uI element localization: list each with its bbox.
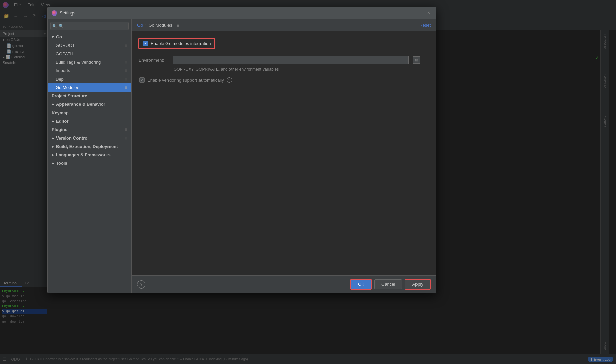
nav-keymap-label: Keymap <box>52 110 69 115</box>
nav-imports[interactable]: Imports ⊞ <box>48 66 131 75</box>
nav-goroot[interactable]: GOROOT ⊞ <box>48 41 131 50</box>
breadcrumb-current: Go Modules <box>149 23 172 28</box>
breadcrumb-settings-icon: ⊞ <box>176 23 180 28</box>
nav-dep-label: Dep <box>56 77 64 82</box>
environment-row: Environment: ⊞ <box>138 56 429 64</box>
nav-buildtags-label: Build Tags & Vendoring <box>56 60 101 65</box>
nav-buildtags[interactable]: Build Tags & Vendoring ⊞ <box>48 58 131 66</box>
settings-dialog: Settings × 🔍 ▾ Go GOROOT ⊞ GOPATH <box>47 7 436 293</box>
dialog-body: 🔍 ▾ Go GOROOT ⊞ GOPATH ⊞ Build Tags & Ve… <box>48 19 436 293</box>
nav-project-structure-label: Project Structure <box>52 93 87 98</box>
vendoring-checkbox[interactable]: ✓ <box>139 77 145 83</box>
plugins-icon: ⊞ <box>125 128 127 131</box>
breadcrumb-root[interactable]: Go <box>137 23 143 28</box>
nav-dep[interactable]: Dep ⊞ <box>48 75 131 83</box>
dialog-titlebar: Settings × <box>48 7 436 19</box>
dialog-footer: ? OK Cancel Apply <box>132 275 436 293</box>
nav-languages-label: Languages & Frameworks <box>56 152 111 157</box>
dialog-nav: 🔍 ▾ Go GOROOT ⊞ GOPATH ⊞ Build Tags & Ve… <box>48 19 132 293</box>
breadcrumb-sep: › <box>145 23 146 28</box>
apply-btn[interactable]: Apply <box>405 279 431 290</box>
nav-gopath-label: GOPATH <box>56 51 73 56</box>
nav-languages-expand: ▸ <box>52 152 54 157</box>
environment-input[interactable] <box>173 56 409 64</box>
nav-imports-label: Imports <box>56 68 70 73</box>
gopath-icon: ⊞ <box>125 52 127 56</box>
nav-vcs-expand: ▸ <box>52 135 54 141</box>
gomodules-icon: ⊞ <box>125 86 127 89</box>
enable-modules-label: Enable Go modules integration <box>151 41 211 46</box>
dialog-search-area: 🔍 <box>48 19 131 33</box>
vendoring-help-icon[interactable]: ? <box>227 77 232 83</box>
nav-appearance-label: Appearance & Behavior <box>56 102 105 107</box>
buildtags-icon: ⊞ <box>125 60 127 64</box>
nav-vcs[interactable]: ▸ Version Control ⊞ <box>48 134 131 142</box>
nav-go-modules-label: Go Modules <box>56 85 79 90</box>
nav-appearance-expand: ▸ <box>52 102 54 107</box>
ok-btn[interactable]: OK <box>350 279 372 290</box>
footer-help-btn[interactable]: ? <box>137 280 145 289</box>
dialog-title-text: Settings <box>60 10 425 16</box>
nav-project-structure[interactable]: Project Structure ⊞ <box>48 92 131 100</box>
nav-tools-expand: ▸ <box>52 161 54 166</box>
goroot-icon: ⊞ <box>125 43 127 47</box>
content-area: ✓ Enable Go modules integration Environm… <box>132 31 436 275</box>
nav-editor-expand: ▸ <box>52 119 54 124</box>
nav-go[interactable]: ▾ Go <box>48 33 131 41</box>
environment-label: Environment: <box>138 58 169 63</box>
proj-struct-icon: ⊞ <box>125 94 127 98</box>
cancel-btn[interactable]: Cancel <box>374 279 402 289</box>
nav-tools-label: Tools <box>56 161 67 166</box>
nav-vcs-label: Version Control <box>56 135 89 141</box>
nav-gopath[interactable]: GOPATH ⊞ <box>48 50 131 58</box>
dialog-close-btn[interactable]: × <box>425 10 432 17</box>
search-icon: 🔍 <box>52 24 57 28</box>
nav-appearance[interactable]: ▸ Appearance & Behavior <box>48 100 131 109</box>
nav-go-modules[interactable]: Go Modules ⊞ <box>48 83 131 92</box>
search-wrapper: 🔍 <box>50 22 129 30</box>
content-header: Go › Go Modules ⊞ Reset <box>132 19 436 31</box>
vendoring-row: ✓ Enable vendoring support automatically… <box>138 77 429 83</box>
enable-modules-checkbox[interactable]: ✓ <box>143 41 148 46</box>
dialog-title-icon <box>52 10 57 16</box>
vendoring-label: Enable vendoring support automatically <box>147 78 224 83</box>
nav-goroot-label: GOROOT <box>56 43 75 48</box>
nav-build[interactable]: ▸ Build, Execution, Deployment <box>48 142 131 151</box>
nav-build-expand: ▸ <box>52 144 54 149</box>
go-expand-icon: ▾ <box>52 34 54 39</box>
nav-keymap[interactable]: Keymap <box>48 109 131 117</box>
nav-languages[interactable]: ▸ Languages & Frameworks <box>48 151 131 159</box>
reset-btn[interactable]: Reset <box>419 23 431 28</box>
nav-tools[interactable]: ▸ Tools <box>48 159 131 168</box>
imports-icon: ⊞ <box>125 69 127 72</box>
nav-editor[interactable]: ▸ Editor <box>48 117 131 125</box>
nav-editor-label: Editor <box>56 119 69 124</box>
vcs-icon: ⊞ <box>125 136 127 140</box>
enable-modules-row: ✓ Enable Go modules integration <box>138 38 215 49</box>
dialog-content: Go › Go Modules ⊞ Reset ✓ Enable Go modu… <box>132 19 436 293</box>
dep-icon: ⊞ <box>125 77 127 81</box>
environment-browse-btn[interactable]: ⊞ <box>413 56 420 64</box>
nav-plugins-label: Plugins <box>52 127 67 132</box>
environment-hint: GOPROXY, GOPRIVATE, and other environmen… <box>174 67 429 72</box>
search-input[interactable] <box>50 22 129 30</box>
nav-plugins[interactable]: Plugins ⊞ <box>48 125 131 134</box>
nav-build-label: Build, Execution, Deployment <box>56 144 118 149</box>
nav-go-label: Go <box>56 34 62 39</box>
